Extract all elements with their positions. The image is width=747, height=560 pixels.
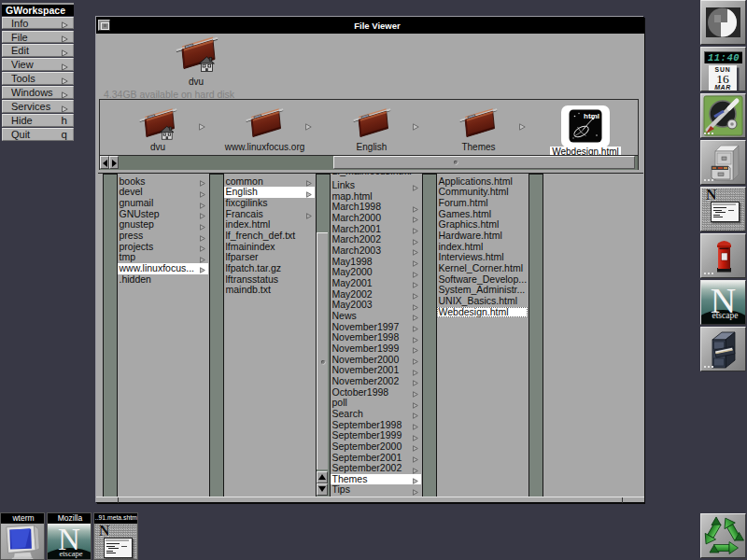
svg-text:html: html [584, 112, 599, 120]
